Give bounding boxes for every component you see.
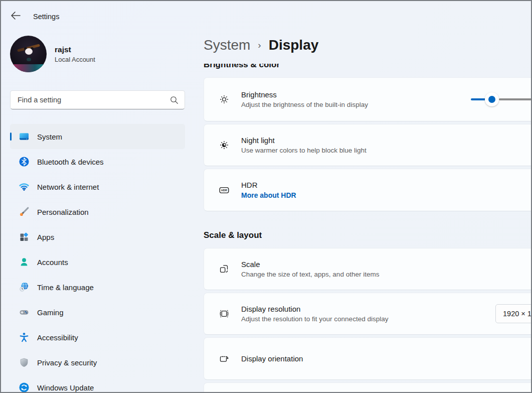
sidebar-item-label: Accounts — [37, 258, 68, 267]
windows-update-icon — [18, 381, 30, 392]
hdr-title: HDR — [241, 181, 296, 189]
back-arrow-icon — [10, 11, 21, 22]
settings-window: Settings rajst Local Account — [0, 0, 532, 393]
breadcrumb-system[interactable]: System — [204, 37, 250, 53]
search-box[interactable] — [10, 90, 185, 109]
night-light-icon — [218, 139, 230, 151]
user-name: rajst — [55, 45, 95, 54]
sidebar-item-label: Gaming — [37, 308, 64, 317]
night-light-row[interactable]: Night light Use warmer colors to help bl… — [204, 124, 531, 166]
sidebar-item-windows-update[interactable]: Windows Update — [10, 375, 185, 392]
sidebar-item-system[interactable]: System — [10, 124, 185, 149]
sidebar-item-label: Windows Update — [37, 383, 94, 392]
time-language-icon — [18, 281, 30, 293]
brightness-slider[interactable] — [471, 92, 531, 106]
system-icon — [18, 130, 30, 143]
brightness-title: Brightness — [241, 90, 368, 99]
section-title-brightness-color: Brightness & color — [204, 64, 531, 70]
display-orientation-title: Display orientation — [241, 354, 303, 363]
sidebar-item-gaming[interactable]: Gaming — [10, 300, 185, 325]
sidebar-item-label: System — [37, 133, 62, 141]
page-title: Display — [269, 37, 319, 53]
accounts-icon — [18, 256, 30, 268]
search-input[interactable] — [11, 96, 170, 104]
brightness-icon — [218, 93, 230, 105]
display-resolution-icon — [218, 308, 230, 320]
sidebar-item-accounts[interactable]: Accounts — [10, 249, 185, 275]
selection-accent-bar — [10, 133, 12, 141]
more-about-hdr-link[interactable]: More about HDR — [241, 191, 296, 199]
app-title: Settings — [33, 13, 59, 21]
night-light-title: Night light — [241, 136, 367, 145]
titlebar: Settings — [1, 1, 202, 27]
sidebar-item-label: Apps — [37, 233, 54, 241]
sidebar-item-network-internet[interactable]: Network & internet — [10, 174, 185, 199]
sidebar-item-label: Accessibility — [37, 333, 78, 342]
scale-icon — [218, 263, 230, 275]
sidebar-item-label: Bluetooth & devices — [37, 158, 104, 166]
user-card[interactable]: rajst Local Account — [10, 36, 95, 72]
main-content: System › Display Brightness & color — [196, 1, 531, 392]
slider-empty-track[interactable] — [499, 98, 531, 100]
scale-row[interactable]: Scale Change the size of text, apps, and… — [204, 248, 531, 290]
display-resolution-title: Display resolution — [241, 305, 388, 313]
section-title-scale-layout: Scale & layout — [204, 229, 531, 241]
privacy-security-icon — [18, 356, 30, 368]
search-icon — [170, 96, 179, 104]
display-resolution-row: Display resolution Adjust the resolution… — [204, 293, 531, 335]
sidebar-item-label: Privacy & security — [37, 358, 97, 367]
display-orientation-row: Display orientation — [204, 337, 531, 380]
avatar — [10, 36, 47, 72]
personalization-icon — [18, 206, 30, 218]
chevron-right-icon: › — [258, 40, 261, 51]
sidebar-item-label: Personalization — [37, 208, 89, 216]
settings-scroll-area[interactable]: Brightness & color Brightness Adjust the… — [196, 64, 531, 392]
bluetooth-icon — [18, 156, 30, 168]
sidebar-item-time-language[interactable]: Time & language — [10, 275, 185, 300]
sidebar-item-bluetooth-devices[interactable]: Bluetooth & devices — [10, 149, 185, 174]
hdr-icon: HDR — [218, 184, 230, 196]
brightness-subtitle: Adjust the brightness of the built-in di… — [241, 101, 368, 108]
sidebar: rajst Local Account — [1, 27, 196, 392]
network-icon — [18, 181, 30, 193]
sidebar-item-accessibility[interactable]: Accessibility — [10, 325, 185, 350]
sidebar-item-personalization[interactable]: Personalization — [10, 199, 185, 224]
account-type: Local Account — [55, 56, 95, 63]
brightness-row: Brightness Adjust the brightness of the … — [204, 77, 531, 121]
accessibility-icon — [18, 331, 30, 343]
apps-icon — [18, 231, 30, 243]
gaming-icon — [18, 306, 30, 318]
resolution-dropdown[interactable]: 1920 × 1 — [495, 304, 531, 323]
display-resolution-subtitle: Adjust the resolution to fit your connec… — [241, 315, 388, 323]
clipped-bottom-row[interactable] — [204, 382, 531, 392]
scale-subtitle: Change the size of text, apps, and other… — [241, 271, 379, 278]
resolution-dropdown-value: 1920 × 1 — [503, 310, 531, 318]
sidebar-item-label: Network & internet — [37, 183, 99, 191]
sidebar-item-privacy-security[interactable]: Privacy & security — [10, 350, 185, 375]
sidebar-nav: System Bluetooth & devices — [10, 124, 185, 392]
breadcrumb: System › Display — [204, 37, 318, 53]
sidebar-item-apps[interactable]: Apps — [10, 224, 185, 249]
back-button[interactable] — [8, 10, 23, 23]
display-orientation-icon — [218, 353, 230, 365]
hdr-row[interactable]: HDR HDR More about HDR — [204, 169, 531, 211]
svg-text:HDR: HDR — [221, 189, 227, 192]
scale-title: Scale — [241, 260, 379, 269]
night-light-subtitle: Use warmer colors to help block blue lig… — [241, 147, 367, 154]
sidebar-item-label: Time & language — [37, 283, 94, 292]
slider-thumb[interactable] — [485, 92, 499, 106]
